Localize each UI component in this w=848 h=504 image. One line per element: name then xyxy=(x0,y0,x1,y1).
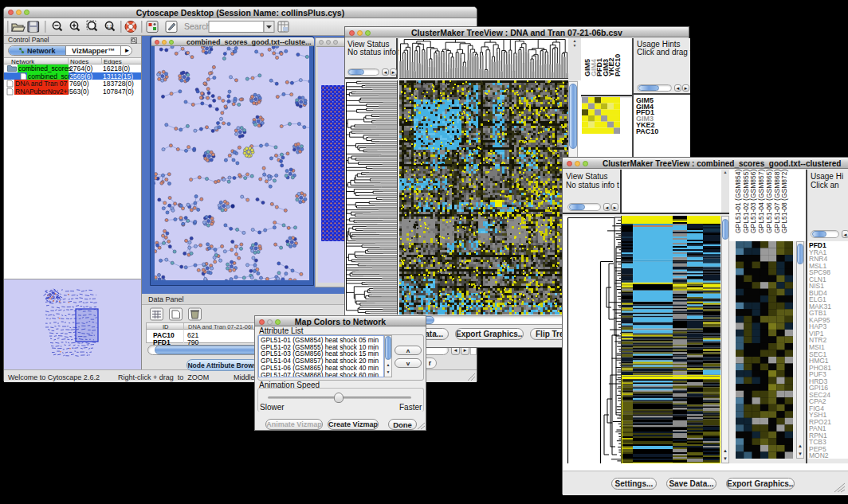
svg-text:1:1: 1:1 xyxy=(106,24,112,29)
svg-text:GPL51-06 (GSM865): GPL51-06 (GSM865) xyxy=(765,170,773,233)
svg-text:GPL51-08 (GSM872): GPL51-08 (GSM872) xyxy=(780,170,788,233)
svg-text:PAC10: PAC10 xyxy=(614,54,622,76)
svg-text:GPL51-03 (GSM856): GPL51-03 (GSM856) xyxy=(749,170,757,233)
svg-text:GPL51-07 (GSM868): GPL51-07 (GSM868) xyxy=(773,170,781,233)
svg-text:GPL51-02 (GSM855): GPL51-02 (GSM855) xyxy=(742,170,750,233)
svg-text:GPL51-04 (GSM857): GPL51-04 (GSM857) xyxy=(757,170,765,233)
svg-text:GPL51-01 (GSM854): GPL51-01 (GSM854) xyxy=(734,170,742,233)
